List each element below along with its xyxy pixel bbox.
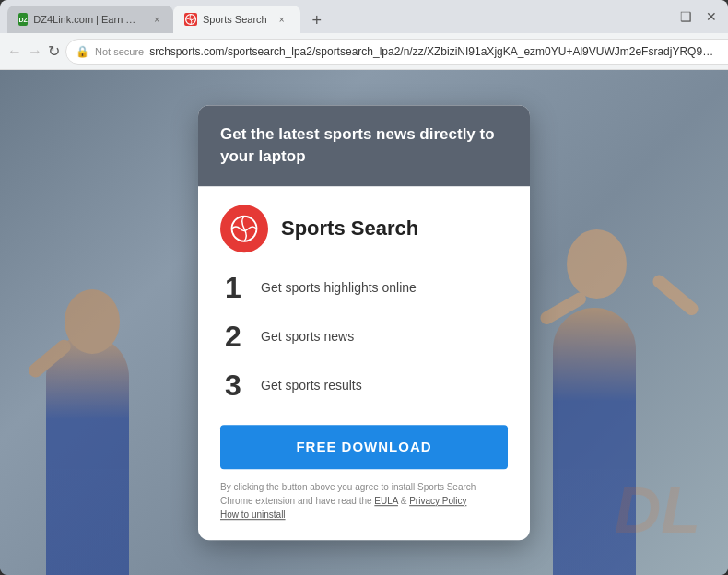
tab-sports-label: Sports Search [203, 14, 267, 25]
tab-sports[interactable]: Sports Search × [173, 6, 300, 33]
bookmark-icon[interactable]: ☆ [725, 41, 728, 62]
tab-sports-favicon [184, 13, 197, 26]
feature-item-3: 3 Get sports results [220, 369, 508, 403]
tabs-area: DZ DZ4Link.com | Earn money on sh... × S… [7, 0, 651, 33]
eula-link[interactable]: EULA [374, 496, 398, 506]
brand-row: Sports Search [220, 205, 508, 252]
title-bar: DZ DZ4Link.com | Earn money on sh... × S… [0, 0, 728, 33]
brand-name: Sports Search [281, 217, 418, 241]
privacy-link[interactable]: Privacy Policy [409, 496, 466, 506]
tab-dz4[interactable]: DZ DZ4Link.com | Earn money on sh... × [7, 6, 173, 33]
minimize-button[interactable]: — [651, 7, 669, 26]
address-bar[interactable]: 🔒 Not secure srchsports.com/sportsearch_… [65, 39, 728, 65]
new-tab-button[interactable]: + [304, 7, 330, 33]
feature-num-1: 1 [220, 271, 246, 305]
browser-window: DZ DZ4Link.com | Earn money on sh... × S… [0, 0, 728, 575]
url-display: srchsports.com/sportsearch_lpa2/sportsea… [149, 45, 719, 58]
forward-button[interactable]: → [28, 39, 42, 65]
back-button[interactable]: ← [7, 39, 22, 65]
feature-num-3: 3 [220, 369, 246, 403]
disclaimer-and: & [398, 496, 409, 506]
tab-dz4-label: DZ4Link.com | Earn money on sh... [33, 14, 144, 25]
feature-list: 1 Get sports highlights online 2 Get spo… [220, 271, 508, 403]
close-window-button[interactable]: ✕ [702, 7, 721, 26]
restore-button[interactable]: ❑ [676, 7, 695, 26]
reload-button[interactable]: ↻ [48, 39, 60, 65]
disclaimer: By clicking the button above you agree t… [220, 480, 508, 522]
window-controls: — ❑ ✕ [651, 7, 721, 26]
feature-text-3: Get sports results [261, 378, 362, 393]
tab-dz4-close[interactable]: × [151, 12, 162, 27]
watermark: DL [615, 474, 700, 547]
feature-item-2: 2 Get sports news [220, 320, 508, 354]
tab-dz4-favicon: DZ [18, 13, 28, 26]
feature-num-2: 2 [220, 320, 246, 354]
person-left [18, 280, 184, 575]
feature-text-2: Get sports news [261, 329, 354, 344]
card-body: Sports Search 1 Get sports highlights on… [198, 186, 530, 540]
not-secure-label: Not secure [95, 46, 144, 57]
free-download-button[interactable]: FREE DOWNLOAD [220, 425, 508, 469]
promo-card: Get the latest sports news directly to y… [198, 105, 530, 540]
feature-item-1: 1 Get sports highlights online [220, 271, 508, 305]
tab-sports-close[interactable]: × [275, 12, 289, 27]
address-bar-icons: ☆ ● ⋮ [725, 41, 728, 62]
page-content: DL Get the latest sports news directly t… [0, 70, 728, 575]
uninstall-link[interactable]: How to uninstall [220, 510, 286, 520]
basketball-icon [230, 215, 258, 242]
brand-icon [220, 205, 268, 252]
security-icon: 🔒 [76, 45, 89, 58]
card-header-text: Get the latest sports news directly to y… [220, 123, 508, 168]
card-header: Get the latest sports news directly to y… [198, 105, 530, 186]
nav-bar: ← → ↻ 🔒 Not secure srchsports.com/sports… [0, 33, 728, 70]
feature-text-1: Get sports highlights online [261, 280, 417, 295]
